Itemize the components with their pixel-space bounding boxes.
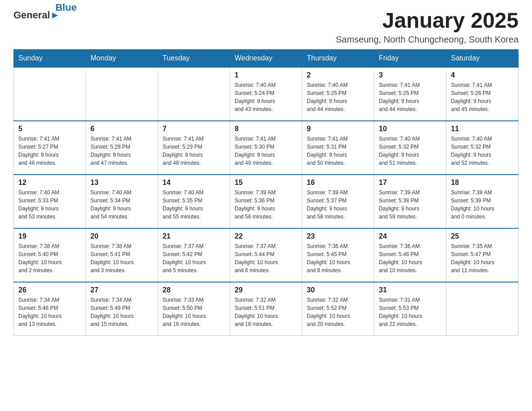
calendar-cell: 9Sunrise: 7:41 AM Sunset: 5:31 PM Daylig… xyxy=(302,121,374,175)
week-row-1: 1Sunrise: 7:40 AM Sunset: 5:24 PM Daylig… xyxy=(14,67,519,121)
calendar-cell: 31Sunrise: 7:31 AM Sunset: 5:53 PM Dayli… xyxy=(374,282,446,336)
calendar-cell: 22Sunrise: 7:37 AM Sunset: 5:44 PM Dayli… xyxy=(230,228,302,282)
calendar-cell: 23Sunrise: 7:36 AM Sunset: 5:45 PM Dayli… xyxy=(302,228,374,282)
calendar-cell: 24Sunrise: 7:36 AM Sunset: 5:46 PM Dayli… xyxy=(374,228,446,282)
day-info: Sunrise: 7:41 AM Sunset: 5:27 PM Dayligh… xyxy=(18,135,81,167)
day-info: Sunrise: 7:38 AM Sunset: 5:40 PM Dayligh… xyxy=(18,242,81,274)
day-number: 21 xyxy=(163,232,225,240)
calendar-cell: 12Sunrise: 7:40 AM Sunset: 5:33 PM Dayli… xyxy=(14,175,86,228)
day-info: Sunrise: 7:32 AM Sunset: 5:52 PM Dayligh… xyxy=(307,296,369,328)
month-title: January 2025 xyxy=(336,9,519,33)
day-number: 3 xyxy=(379,71,442,79)
day-info: Sunrise: 7:37 AM Sunset: 5:44 PM Dayligh… xyxy=(235,242,297,274)
day-info: Sunrise: 7:41 AM Sunset: 5:28 PM Dayligh… xyxy=(90,135,153,167)
day-number: 27 xyxy=(90,286,153,294)
calendar-cell: 19Sunrise: 7:38 AM Sunset: 5:40 PM Dayli… xyxy=(14,228,86,282)
day-number: 5 xyxy=(18,125,81,133)
calendar-cell: 26Sunrise: 7:34 AM Sunset: 5:48 PM Dayli… xyxy=(14,282,86,336)
header-saturday: Saturday xyxy=(446,49,519,67)
day-info: Sunrise: 7:39 AM Sunset: 5:38 PM Dayligh… xyxy=(379,188,442,221)
header-tuesday: Tuesday xyxy=(158,49,230,67)
logo-blue-text: Blue xyxy=(56,2,77,13)
day-number: 13 xyxy=(90,179,153,187)
day-info: Sunrise: 7:38 AM Sunset: 5:41 PM Dayligh… xyxy=(90,242,153,274)
calendar-cell xyxy=(14,67,86,121)
calendar-cell: 6Sunrise: 7:41 AM Sunset: 5:28 PM Daylig… xyxy=(86,121,158,175)
calendar-cell: 18Sunrise: 7:38 AM Sunset: 5:39 PM Dayli… xyxy=(446,175,519,228)
day-number: 12 xyxy=(18,179,81,187)
day-number: 20 xyxy=(90,232,153,240)
calendar-table: Sunday Monday Tuesday Wednesday Thursday… xyxy=(13,49,519,336)
day-number: 6 xyxy=(90,125,153,133)
day-number: 25 xyxy=(451,232,514,240)
calendar-cell: 21Sunrise: 7:37 AM Sunset: 5:42 PM Dayli… xyxy=(158,228,230,282)
header-thursday: Thursday xyxy=(302,49,374,67)
calendar-cell: 7Sunrise: 7:41 AM Sunset: 5:29 PM Daylig… xyxy=(158,121,230,175)
day-info: Sunrise: 7:41 AM Sunset: 5:30 PM Dayligh… xyxy=(235,135,297,167)
day-number: 17 xyxy=(379,179,442,187)
day-number: 24 xyxy=(379,232,442,240)
location-title: Samseung, North Chungcheong, South Korea xyxy=(336,34,519,45)
day-info: Sunrise: 7:35 AM Sunset: 5:47 PM Dayligh… xyxy=(451,242,514,274)
day-number: 29 xyxy=(235,286,297,294)
calendar-cell: 29Sunrise: 7:32 AM Sunset: 5:51 PM Dayli… xyxy=(230,282,302,336)
day-number: 23 xyxy=(307,232,369,240)
day-info: Sunrise: 7:40 AM Sunset: 5:32 PM Dayligh… xyxy=(379,135,442,167)
week-row-2: 5Sunrise: 7:41 AM Sunset: 5:27 PM Daylig… xyxy=(14,121,519,175)
calendar-cell: 2Sunrise: 7:40 AM Sunset: 5:25 PM Daylig… xyxy=(302,67,374,121)
day-number: 8 xyxy=(235,125,297,133)
calendar-cell: 20Sunrise: 7:38 AM Sunset: 5:41 PM Dayli… xyxy=(86,228,158,282)
calendar-cell xyxy=(86,67,158,121)
calendar-cell xyxy=(158,67,230,121)
day-info: Sunrise: 7:34 AM Sunset: 5:48 PM Dayligh… xyxy=(18,296,81,328)
day-number: 31 xyxy=(379,286,442,294)
day-number: 19 xyxy=(18,232,81,240)
day-info: Sunrise: 7:41 AM Sunset: 5:25 PM Dayligh… xyxy=(379,81,442,113)
calendar-cell: 16Sunrise: 7:39 AM Sunset: 5:37 PM Dayli… xyxy=(302,175,374,228)
week-row-4: 19Sunrise: 7:38 AM Sunset: 5:40 PM Dayli… xyxy=(14,228,519,282)
day-info: Sunrise: 7:38 AM Sunset: 5:39 PM Dayligh… xyxy=(451,188,514,221)
logo: General► Blue xyxy=(13,9,85,21)
day-info: Sunrise: 7:41 AM Sunset: 5:26 PM Dayligh… xyxy=(451,81,514,113)
calendar-cell: 17Sunrise: 7:39 AM Sunset: 5:38 PM Dayli… xyxy=(374,175,446,228)
header-monday: Monday xyxy=(86,49,158,67)
day-number: 18 xyxy=(451,179,514,187)
calendar-cell xyxy=(446,282,519,336)
day-info: Sunrise: 7:40 AM Sunset: 5:33 PM Dayligh… xyxy=(18,188,81,221)
calendar-cell: 30Sunrise: 7:32 AM Sunset: 5:52 PM Dayli… xyxy=(302,282,374,336)
calendar-header-row: Sunday Monday Tuesday Wednesday Thursday… xyxy=(14,49,519,67)
calendar-cell: 28Sunrise: 7:33 AM Sunset: 5:50 PM Dayli… xyxy=(158,282,230,336)
calendar-cell: 11Sunrise: 7:40 AM Sunset: 5:32 PM Dayli… xyxy=(446,121,519,175)
day-info: Sunrise: 7:36 AM Sunset: 5:45 PM Dayligh… xyxy=(307,242,369,274)
day-number: 28 xyxy=(163,286,225,294)
week-row-3: 12Sunrise: 7:40 AM Sunset: 5:33 PM Dayli… xyxy=(14,175,519,228)
page-header: General► Blue January 2025 Samseung, Nor… xyxy=(13,9,519,45)
header-friday: Friday xyxy=(374,49,446,67)
logo-general-text: General► xyxy=(13,9,60,21)
calendar-cell: 15Sunrise: 7:39 AM Sunset: 5:36 PM Dayli… xyxy=(230,175,302,228)
day-number: 16 xyxy=(307,179,369,187)
day-number: 15 xyxy=(235,179,297,187)
day-info: Sunrise: 7:39 AM Sunset: 5:37 PM Dayligh… xyxy=(307,188,369,221)
calendar-cell: 27Sunrise: 7:34 AM Sunset: 5:49 PM Dayli… xyxy=(86,282,158,336)
day-info: Sunrise: 7:31 AM Sunset: 5:53 PM Dayligh… xyxy=(379,296,442,328)
day-number: 10 xyxy=(379,125,442,133)
header-wednesday: Wednesday xyxy=(230,49,302,67)
day-number: 4 xyxy=(451,71,514,79)
day-info: Sunrise: 7:40 AM Sunset: 5:32 PM Dayligh… xyxy=(451,135,514,167)
day-info: Sunrise: 7:34 AM Sunset: 5:49 PM Dayligh… xyxy=(90,296,153,328)
day-number: 7 xyxy=(163,125,225,133)
calendar-cell: 8Sunrise: 7:41 AM Sunset: 5:30 PM Daylig… xyxy=(230,121,302,175)
day-info: Sunrise: 7:40 AM Sunset: 5:24 PM Dayligh… xyxy=(235,81,297,113)
day-info: Sunrise: 7:32 AM Sunset: 5:51 PM Dayligh… xyxy=(235,296,297,328)
day-number: 22 xyxy=(235,232,297,240)
calendar-cell: 10Sunrise: 7:40 AM Sunset: 5:32 PM Dayli… xyxy=(374,121,446,175)
day-number: 26 xyxy=(18,286,81,294)
calendar-cell: 25Sunrise: 7:35 AM Sunset: 5:47 PM Dayli… xyxy=(446,228,519,282)
calendar-cell: 1Sunrise: 7:40 AM Sunset: 5:24 PM Daylig… xyxy=(230,67,302,121)
calendar-cell: 5Sunrise: 7:41 AM Sunset: 5:27 PM Daylig… xyxy=(14,121,86,175)
day-info: Sunrise: 7:37 AM Sunset: 5:42 PM Dayligh… xyxy=(163,242,225,274)
day-number: 9 xyxy=(307,125,369,133)
header-sunday: Sunday xyxy=(14,49,86,67)
day-number: 1 xyxy=(235,71,297,79)
